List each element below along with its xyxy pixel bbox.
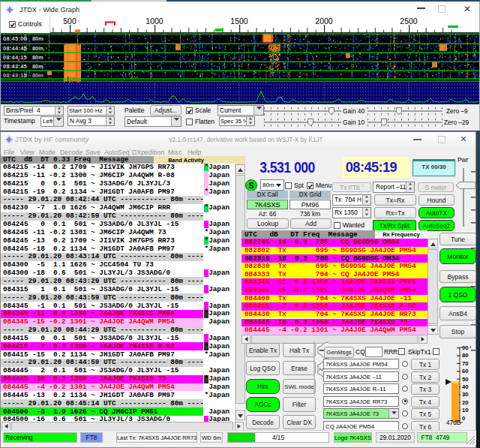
- svg-text:70: 70: [462, 360, 468, 367]
- svg-text:2000: 2000: [315, 17, 333, 26]
- svg-text:2500: 2500: [400, 17, 418, 26]
- svg-text:08:43:45: 08:43:45: [3, 63, 27, 70]
- svg-text:1000: 1000: [146, 17, 164, 26]
- svg-text:08:44:45: 08:44:45: [3, 45, 27, 52]
- svg-text:10: 10: [462, 407, 468, 413]
- svg-text:Gain 40: Gain 40: [343, 107, 364, 115]
- svg-text:1500: 1500: [230, 17, 248, 26]
- svg-text:40: 40: [462, 383, 468, 390]
- svg-text:Zero –29: Zero –29: [444, 119, 470, 126]
- svg-text:50: 50: [462, 376, 468, 383]
- svg-text:80m: 80m: [32, 45, 44, 52]
- svg-text:+: +: [470, 344, 472, 349]
- svg-text:80m: 80m: [32, 72, 44, 79]
- svg-text:20: 20: [462, 399, 468, 406]
- svg-text:08:45:00: 08:45:00: [3, 35, 27, 42]
- svg-text:80m: 80m: [32, 35, 44, 42]
- svg-text:500: 500: [63, 17, 76, 26]
- svg-text:Zero –9: Zero –9: [446, 107, 468, 115]
- svg-text:90: 90: [462, 344, 468, 351]
- svg-text:80: 80: [462, 352, 468, 359]
- svg-text:08:43:15: 08:43:15: [3, 72, 27, 79]
- svg-text:08:44:15: 08:44:15: [3, 54, 27, 61]
- svg-text:30: 30: [462, 391, 468, 398]
- svg-text:80m: 80m: [32, 54, 44, 61]
- svg-text:Gain 10: Gain 10: [343, 119, 364, 126]
- svg-text:60: 60: [462, 368, 468, 374]
- svg-text:80m: 80m: [32, 63, 44, 70]
